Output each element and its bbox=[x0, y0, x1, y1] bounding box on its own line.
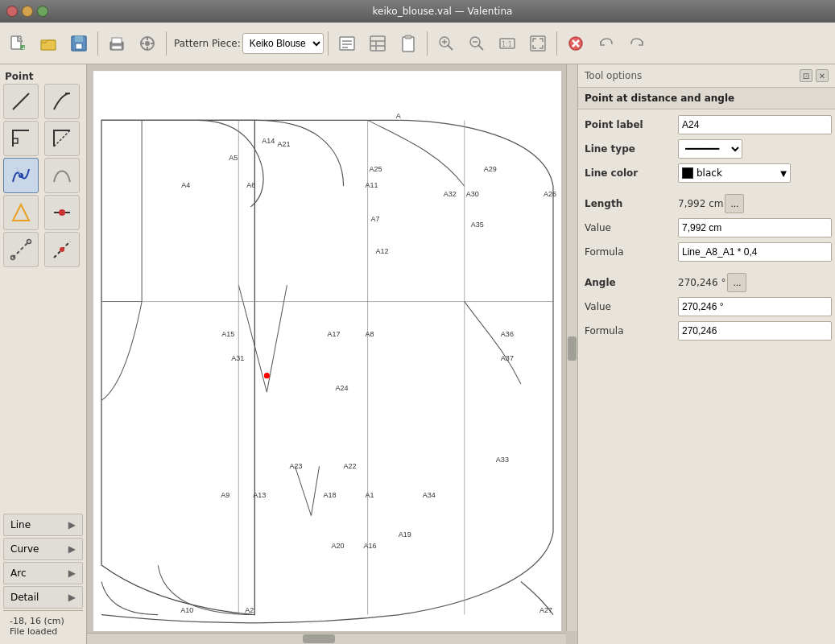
line-color-select[interactable]: black ▼ bbox=[678, 163, 791, 183]
svg-text:A6: A6 bbox=[246, 181, 255, 189]
angle-value-container bbox=[675, 295, 835, 319]
minimize-button[interactable] bbox=[22, 6, 33, 17]
line-type-field-label: Line type bbox=[578, 137, 675, 161]
status-bar: -18, 16 (cm) File loaded bbox=[3, 610, 83, 641]
window-controls bbox=[6, 6, 48, 17]
cat-tab-curve[interactable]: Curve ▶ bbox=[3, 538, 83, 560]
svg-point-48 bbox=[59, 209, 65, 216]
angle-display-group: 270,246 ° … bbox=[678, 273, 746, 292]
redo-button[interactable] bbox=[622, 29, 651, 58]
category-tabs: Line ▶ Curve ▶ Arc ▶ Detail ▶ bbox=[3, 514, 83, 610]
maximize-button[interactable] bbox=[37, 6, 48, 17]
canvas-area[interactable]: A A5 A21 A14 A4 A6 A11 A25 A29 A7 A12 A1… bbox=[87, 64, 577, 644]
panel-header-title: Tool options bbox=[585, 70, 642, 81]
angle-formula-label: Formula bbox=[578, 319, 675, 343]
zoom-in-button[interactable] bbox=[432, 29, 461, 58]
color-swatch bbox=[682, 167, 693, 179]
point-label-field-label: Point label bbox=[578, 113, 675, 137]
cross-tool-button[interactable] bbox=[44, 232, 80, 267]
length-value-label: Value bbox=[578, 216, 675, 240]
svg-text:A10: A10 bbox=[180, 606, 193, 614]
svg-text:A4: A4 bbox=[181, 181, 190, 189]
dashed-line-button[interactable] bbox=[3, 232, 39, 267]
svg-rect-9 bbox=[112, 38, 122, 43]
svg-text:A22: A22 bbox=[344, 462, 357, 470]
svg-line-43 bbox=[54, 130, 70, 147]
svg-text:A13: A13 bbox=[253, 491, 266, 499]
new-file-button[interactable]: + bbox=[3, 29, 32, 58]
tool-options-form: Point label Line type ━━━━━━ - - - - - ·… bbox=[578, 109, 835, 346]
history-button[interactable] bbox=[333, 29, 362, 58]
open-file-button[interactable] bbox=[34, 29, 63, 58]
panel-header: Tool options ⊡ ✕ bbox=[578, 64, 835, 88]
line-type-select[interactable]: ━━━━━━ - - - - - ········· bbox=[678, 139, 742, 159]
angle-formula-input[interactable] bbox=[678, 321, 832, 341]
right-panel: Tool options ⊡ ✕ Point at distance and a… bbox=[577, 64, 835, 644]
toolbar-separator-5 bbox=[556, 31, 557, 56]
svg-text:A23: A23 bbox=[289, 462, 302, 470]
cat-tab-line[interactable]: Line ▶ bbox=[3, 514, 83, 536]
arc-line-button[interactable] bbox=[44, 84, 80, 119]
svg-rect-55 bbox=[101, 120, 553, 614]
pattern-svg[interactable]: A A5 A21 A14 A4 A6 A11 A25 A29 A7 A12 A1… bbox=[93, 71, 561, 631]
svg-text:A1: A1 bbox=[366, 491, 374, 499]
svg-text:A16: A16 bbox=[364, 542, 377, 550]
svg-text:A12: A12 bbox=[376, 247, 389, 255]
print-button[interactable] bbox=[102, 29, 131, 58]
zoom-100-button[interactable]: 1:1 bbox=[493, 29, 522, 58]
svg-rect-7 bbox=[76, 43, 82, 49]
horizontal-scrollbar[interactable] bbox=[87, 633, 566, 644]
cat-tab-detail[interactable]: Detail ▶ bbox=[3, 586, 83, 609]
angle-formula-container bbox=[675, 319, 835, 343]
length-expand-button[interactable]: … bbox=[725, 194, 744, 213]
svg-point-12 bbox=[145, 41, 150, 46]
triangle-tool-button[interactable] bbox=[3, 195, 39, 230]
panel-section-title: Point at distance and angle bbox=[578, 88, 835, 109]
point-on-line-button[interactable] bbox=[44, 195, 80, 230]
svg-text:A18: A18 bbox=[323, 491, 336, 499]
cat-tab-arc[interactable]: Arc ▶ bbox=[3, 562, 83, 584]
svg-text:A31: A31 bbox=[231, 354, 244, 362]
panel-close-button[interactable]: ✕ bbox=[816, 69, 829, 82]
svg-text:A34: A34 bbox=[423, 491, 436, 499]
horizontal-scroll-thumb[interactable] bbox=[303, 634, 335, 643]
svg-text:A8: A8 bbox=[366, 329, 374, 337]
length-formula-input[interactable] bbox=[678, 242, 832, 262]
point-label-field-container bbox=[675, 113, 835, 137]
divider-1 bbox=[578, 185, 835, 192]
curve-point-button[interactable] bbox=[3, 158, 39, 193]
point-label-input[interactable] bbox=[678, 115, 832, 134]
length-value-input[interactable] bbox=[678, 218, 832, 237]
angle-field-label: Angle bbox=[578, 270, 675, 295]
table-button[interactable] bbox=[363, 29, 392, 58]
spline-button[interactable] bbox=[44, 158, 80, 193]
length-display-group: 7,992 cm … bbox=[678, 194, 744, 213]
right-angle-button[interactable] bbox=[3, 121, 39, 156]
vertical-scrollbar[interactable] bbox=[566, 64, 577, 631]
length-formula-container bbox=[675, 240, 835, 264]
preferences-button[interactable] bbox=[133, 29, 162, 58]
zoom-out-button[interactable] bbox=[462, 29, 491, 58]
angle-expand-button[interactable]: … bbox=[727, 273, 746, 292]
svg-point-65 bbox=[264, 374, 269, 378]
svg-text:A20: A20 bbox=[332, 542, 345, 550]
vertical-scroll-thumb[interactable] bbox=[568, 336, 577, 361]
line-tool-button[interactable] bbox=[3, 84, 39, 119]
panel-restore-button[interactable]: ⊡ bbox=[800, 69, 812, 82]
close-button[interactable] bbox=[6, 6, 18, 17]
svg-text:A19: A19 bbox=[399, 530, 411, 539]
save-file-button[interactable] bbox=[64, 29, 93, 58]
angle-value-input[interactable] bbox=[678, 297, 832, 316]
undo-button[interactable] bbox=[592, 29, 621, 58]
svg-line-49 bbox=[13, 242, 29, 258]
zoom-fit-button[interactable] bbox=[523, 29, 552, 58]
pattern-piece-select[interactable]: Keiko Blouse bbox=[242, 33, 324, 54]
svg-text:A21: A21 bbox=[277, 140, 290, 148]
toolbox-section-title: Point bbox=[3, 68, 83, 84]
angle-display-container: 270,246 ° … bbox=[675, 270, 835, 295]
length-formula-label: Formula bbox=[578, 240, 675, 264]
stop-button[interactable] bbox=[561, 29, 590, 58]
divider-2 bbox=[578, 264, 835, 270]
angle-bisector-button[interactable] bbox=[44, 121, 80, 156]
clipboard-button[interactable] bbox=[394, 29, 423, 58]
